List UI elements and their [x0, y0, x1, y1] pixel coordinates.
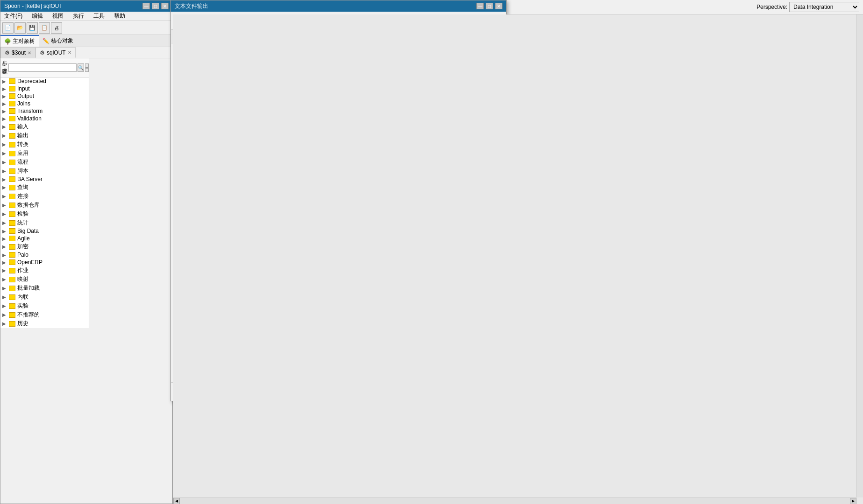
menu-run[interactable]: 执行	[71, 12, 86, 20]
tree-item-history[interactable]: ▶ 历史	[0, 319, 89, 328]
folder-icon	[9, 228, 15, 234]
folder-icon	[9, 151, 15, 156]
tree-item-transform-cn[interactable]: ▶ 转换	[0, 140, 89, 149]
horizontal-scrollbar[interactable]: ◀ ▶	[173, 497, 856, 504]
save-as-button[interactable]: 📋	[39, 22, 50, 34]
tree-item-query[interactable]: ▶ 查询	[0, 183, 89, 192]
perspective-select[interactable]: Data Integration Visualization	[789, 2, 859, 12]
tree-expand-button[interactable]: ≡	[85, 63, 89, 72]
tree-item-input-cn[interactable]: ▶ 输入	[0, 122, 89, 131]
folder-icon	[9, 160, 15, 165]
tree-label: 内联	[17, 293, 28, 301]
scroll-right-button[interactable]: ▶	[850, 498, 856, 504]
folder-icon	[9, 286, 15, 291]
menu-tools[interactable]: 工具	[92, 12, 106, 20]
tree-item-validation[interactable]: ▶ Validation	[0, 115, 89, 122]
close-button[interactable]: ✕	[161, 3, 169, 9]
menu-bar: 文件(F) 编辑 视图 执行 工具 帮助	[0, 12, 172, 21]
new-file-button[interactable]: 📄	[2, 22, 14, 34]
folder-icon	[9, 312, 15, 318]
tree-item-encrypt[interactable]: ▶ 加密	[0, 242, 89, 251]
tree-label: 作业	[17, 266, 28, 274]
sqlout-close-icon[interactable]: ✕	[68, 50, 71, 55]
tree-item-job[interactable]: ▶ 作业	[0, 266, 89, 275]
tree-label: 实验	[17, 302, 28, 310]
tree-item-deprecated-cn[interactable]: ▶ 不推荐的	[0, 310, 89, 319]
tree-item-app[interactable]: ▶ 应用	[0, 149, 89, 158]
dialog-maximize-button[interactable]: □	[486, 3, 493, 9]
object-panel: 步骤 🔍 ≡ ▶ Deprecated ▶ Input ▶ Output	[0, 58, 89, 328]
tree-label: 映射	[17, 275, 28, 283]
expand-icon: ▶	[2, 185, 9, 190]
tree-item-agile[interactable]: ▶ Agile	[0, 235, 89, 242]
sqlout-tab-label: sqlOUT	[47, 49, 66, 56]
tree-item-script[interactable]: ▶ 脚本	[0, 167, 89, 175]
tree-item-stats[interactable]: ▶ 统计	[0, 218, 89, 227]
tree-label: Deprecated	[17, 78, 46, 84]
folder-icon	[9, 244, 15, 250]
dialog-titlebar: 文本文件输出 — □ ✕	[171, 0, 506, 12]
tree-item-mapping[interactable]: ▶ 映射	[0, 275, 89, 284]
dialog-close-button[interactable]: ✕	[495, 3, 502, 9]
maximize-button[interactable]: □	[152, 3, 159, 9]
tab-core-objects-label: 核心对象	[51, 37, 73, 45]
expand-icon: ▶	[2, 101, 9, 106]
tree-item-connect[interactable]: ▶ 连接	[0, 192, 89, 201]
open-file-button[interactable]: 📂	[14, 22, 26, 34]
tree-item-openerp[interactable]: ▶ OpenERP	[0, 259, 89, 266]
tree-item-validate[interactable]: ▶ 检验	[0, 210, 89, 218]
folder-icon	[9, 86, 15, 91]
folder-icon	[9, 142, 15, 147]
tree-item-dw[interactable]: ▶ 数据仓库	[0, 201, 89, 210]
save-file-button[interactable]: 💾	[27, 22, 38, 34]
tree-label: 加密	[17, 243, 28, 251]
tree-item-output[interactable]: ▶ Output	[0, 92, 89, 100]
tree-item-input[interactable]: ▶ Input	[0, 85, 89, 92]
expand-icon: ▶	[2, 133, 9, 138]
vertical-scrollbar[interactable]	[856, 14, 863, 497]
expand-icon: ▶	[2, 86, 9, 91]
print-button[interactable]: 🖨	[51, 22, 62, 34]
tree-label: 检验	[17, 210, 28, 218]
tree-item-ba-server[interactable]: ▶ BA Server	[0, 175, 89, 183]
tree-item-flow[interactable]: ▶ 流程	[0, 158, 89, 167]
tree-item-inline[interactable]: ▶ 内联	[0, 293, 89, 301]
dialog-minimize-button[interactable]: —	[476, 3, 484, 9]
menu-file[interactable]: 文件(F)	[2, 12, 24, 20]
tree-item-joins[interactable]: ▶ Joins	[0, 100, 89, 107]
tree-item-bulk-load[interactable]: ▶ 批量加载	[0, 284, 89, 293]
tree-item-deprecated[interactable]: ▶ Deprecated	[0, 77, 89, 85]
main-canvas-area: ◀ ▶	[173, 14, 863, 504]
spoon-main-window: Spoon - [kettle] sqlOUT — □ ✕ 文件(F) 编辑 视…	[0, 0, 173, 504]
s3out-tab-icon: ⚙	[5, 49, 10, 56]
s3out-close-icon[interactable]: ✕	[28, 50, 31, 56]
tab-s3out[interactable]: ⚙ $3out ✕	[0, 47, 35, 58]
tree-item-experiment[interactable]: ▶ 实验	[0, 301, 89, 310]
menu-edit[interactable]: 编辑	[30, 12, 45, 20]
tab-sqlout[interactable]: ⚙ sqlOUT ✕	[35, 47, 76, 58]
tree-label: 不推荐的	[17, 311, 40, 319]
tree-label: 连接	[17, 192, 28, 200]
tree-label: 脚本	[17, 167, 28, 175]
expand-icon: ▶	[2, 151, 9, 156]
tree-label: 流程	[17, 158, 28, 166]
expand-icon: ▶	[2, 260, 9, 265]
tree-item-palo[interactable]: ▶ Palo	[0, 251, 89, 259]
folder-icon	[9, 321, 15, 327]
search-input[interactable]	[8, 63, 77, 72]
tree-item-output-cn[interactable]: ▶ 输出	[0, 131, 89, 140]
expand-icon: ▶	[2, 312, 9, 317]
menu-view[interactable]: 视图	[50, 12, 65, 20]
expand-icon: ▶	[2, 168, 9, 174]
scroll-left-button[interactable]: ◀	[173, 498, 180, 504]
menu-help[interactable]: 帮助	[112, 12, 127, 20]
folder-icon	[9, 78, 15, 84]
tree-label: 输入	[17, 123, 28, 131]
tab-main-objects[interactable]: 🌳 主对象树	[0, 35, 39, 47]
expand-icon: ▶	[2, 277, 9, 282]
tab-core-objects[interactable]: ✏️ 核心对象	[39, 35, 77, 47]
minimize-button[interactable]: —	[142, 3, 150, 9]
tree-item-transform[interactable]: ▶ Transform	[0, 107, 89, 115]
tree-item-bigdata[interactable]: ▶ Big Data	[0, 227, 89, 235]
search-button[interactable]: 🔍	[78, 63, 84, 72]
